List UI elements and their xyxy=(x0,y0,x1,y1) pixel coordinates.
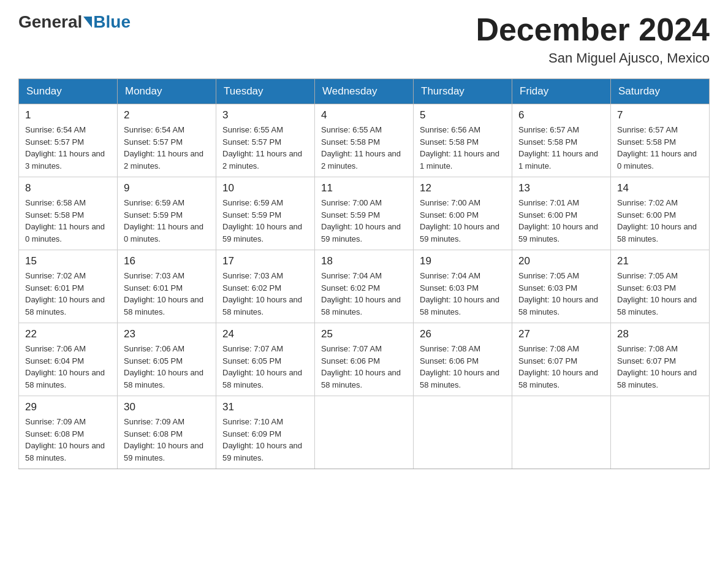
calendar-cell xyxy=(512,396,611,469)
day-info: Sunrise: 7:00 AMSunset: 6:00 PMDaylight:… xyxy=(420,197,506,245)
day-number: 24 xyxy=(222,328,308,340)
day-number: 28 xyxy=(617,328,703,340)
day-number: 18 xyxy=(321,255,407,267)
day-info: Sunrise: 7:00 AMSunset: 5:59 PMDaylight:… xyxy=(321,197,407,245)
calendar-cell: 19Sunrise: 7:04 AMSunset: 6:03 PMDayligh… xyxy=(414,250,512,323)
day-number: 11 xyxy=(321,182,407,194)
day-info: Sunrise: 7:05 AMSunset: 6:03 PMDaylight:… xyxy=(617,270,703,318)
day-info: Sunrise: 6:57 AMSunset: 5:58 PMDaylight:… xyxy=(518,124,604,172)
calendar-cell xyxy=(414,396,512,469)
calendar-cell: 8Sunrise: 6:58 AMSunset: 5:58 PMDaylight… xyxy=(19,177,118,250)
day-info: Sunrise: 7:03 AMSunset: 6:02 PMDaylight:… xyxy=(222,270,308,318)
day-number: 6 xyxy=(518,109,604,121)
day-number: 4 xyxy=(321,109,407,121)
calendar-week-row: 22Sunrise: 7:06 AMSunset: 6:04 PMDayligh… xyxy=(19,323,710,396)
day-info: Sunrise: 6:57 AMSunset: 5:58 PMDaylight:… xyxy=(617,124,703,172)
calendar-cell: 14Sunrise: 7:02 AMSunset: 6:00 PMDayligh… xyxy=(611,177,710,250)
location-text: San Miguel Ajusco, Mexico xyxy=(476,50,710,66)
day-number: 17 xyxy=(222,255,308,267)
day-info: Sunrise: 7:07 AMSunset: 6:06 PMDaylight:… xyxy=(321,343,407,391)
calendar-week-row: 29Sunrise: 7:09 AMSunset: 6:08 PMDayligh… xyxy=(19,396,710,469)
day-info: Sunrise: 6:59 AMSunset: 5:59 PMDaylight:… xyxy=(222,197,308,245)
calendar-header-row: SundayMondayTuesdayWednesdayThursdayFrid… xyxy=(19,79,710,104)
calendar-cell: 16Sunrise: 7:03 AMSunset: 6:01 PMDayligh… xyxy=(118,250,216,323)
day-number: 25 xyxy=(321,328,407,340)
calendar-cell: 7Sunrise: 6:57 AMSunset: 5:58 PMDaylight… xyxy=(611,104,710,177)
day-number: 3 xyxy=(222,109,308,121)
calendar-cell: 11Sunrise: 7:00 AMSunset: 5:59 PMDayligh… xyxy=(315,177,414,250)
calendar-week-row: 8Sunrise: 6:58 AMSunset: 5:58 PMDaylight… xyxy=(19,177,710,250)
day-info: Sunrise: 7:02 AMSunset: 6:01 PMDaylight:… xyxy=(25,270,111,318)
day-info: Sunrise: 7:03 AMSunset: 6:01 PMDaylight:… xyxy=(124,270,210,318)
day-number: 23 xyxy=(124,328,210,340)
day-info: Sunrise: 7:08 AMSunset: 6:07 PMDaylight:… xyxy=(518,343,604,391)
day-number: 29 xyxy=(25,401,111,413)
col-header-saturday: Saturday xyxy=(611,79,710,104)
logo-general-text: General xyxy=(18,12,82,32)
day-number: 31 xyxy=(222,401,308,413)
col-header-tuesday: Tuesday xyxy=(216,79,315,104)
day-info: Sunrise: 6:58 AMSunset: 5:58 PMDaylight:… xyxy=(25,197,111,245)
calendar-cell: 3Sunrise: 6:55 AMSunset: 5:57 PMDaylight… xyxy=(216,104,315,177)
day-info: Sunrise: 7:06 AMSunset: 6:04 PMDaylight:… xyxy=(25,343,111,391)
calendar-cell: 26Sunrise: 7:08 AMSunset: 6:06 PMDayligh… xyxy=(414,323,512,396)
day-number: 5 xyxy=(420,109,506,121)
day-info: Sunrise: 7:05 AMSunset: 6:03 PMDaylight:… xyxy=(518,270,604,318)
col-header-monday: Monday xyxy=(118,79,216,104)
col-header-friday: Friday xyxy=(512,79,611,104)
col-header-wednesday: Wednesday xyxy=(315,79,414,104)
day-info: Sunrise: 7:04 AMSunset: 6:02 PMDaylight:… xyxy=(321,270,407,318)
day-number: 21 xyxy=(617,255,703,267)
calendar-cell: 29Sunrise: 7:09 AMSunset: 6:08 PMDayligh… xyxy=(19,396,118,469)
day-info: Sunrise: 7:09 AMSunset: 6:08 PMDaylight:… xyxy=(124,416,210,464)
calendar-table: SundayMondayTuesdayWednesdayThursdayFrid… xyxy=(18,79,710,469)
day-number: 15 xyxy=(25,255,111,267)
day-number: 14 xyxy=(617,182,703,194)
day-number: 12 xyxy=(420,182,506,194)
logo-blue-text: Blue xyxy=(93,12,131,32)
day-number: 8 xyxy=(25,182,111,194)
calendar-cell: 6Sunrise: 6:57 AMSunset: 5:58 PMDaylight… xyxy=(512,104,611,177)
calendar-cell: 20Sunrise: 7:05 AMSunset: 6:03 PMDayligh… xyxy=(512,250,611,323)
day-number: 13 xyxy=(518,182,604,194)
calendar-cell: 23Sunrise: 7:06 AMSunset: 6:05 PMDayligh… xyxy=(118,323,216,396)
calendar-cell: 12Sunrise: 7:00 AMSunset: 6:00 PMDayligh… xyxy=(414,177,512,250)
title-section: December 2024 San Miguel Ajusco, Mexico xyxy=(476,12,710,66)
day-number: 2 xyxy=(124,109,210,121)
calendar-cell xyxy=(611,396,710,469)
calendar-cell: 17Sunrise: 7:03 AMSunset: 6:02 PMDayligh… xyxy=(216,250,315,323)
day-info: Sunrise: 6:54 AMSunset: 5:57 PMDaylight:… xyxy=(124,124,210,172)
day-info: Sunrise: 6:59 AMSunset: 5:59 PMDaylight:… xyxy=(124,197,210,245)
day-info: Sunrise: 7:09 AMSunset: 6:08 PMDaylight:… xyxy=(25,416,111,464)
month-title: December 2024 xyxy=(476,12,710,47)
day-number: 16 xyxy=(124,255,210,267)
calendar-cell: 21Sunrise: 7:05 AMSunset: 6:03 PMDayligh… xyxy=(611,250,710,323)
day-info: Sunrise: 6:54 AMSunset: 5:57 PMDaylight:… xyxy=(25,124,111,172)
day-info: Sunrise: 7:06 AMSunset: 6:05 PMDaylight:… xyxy=(124,343,210,391)
logo-arrow-icon xyxy=(83,17,92,28)
calendar-cell: 28Sunrise: 7:08 AMSunset: 6:07 PMDayligh… xyxy=(611,323,710,396)
day-info: Sunrise: 6:56 AMSunset: 5:58 PMDaylight:… xyxy=(420,124,506,172)
calendar-cell: 22Sunrise: 7:06 AMSunset: 6:04 PMDayligh… xyxy=(19,323,118,396)
day-number: 27 xyxy=(518,328,604,340)
calendar-cell xyxy=(315,396,414,469)
day-number: 10 xyxy=(222,182,308,194)
col-header-thursday: Thursday xyxy=(414,79,512,104)
day-info: Sunrise: 7:01 AMSunset: 6:00 PMDaylight:… xyxy=(518,197,604,245)
page-header: General Blue December 2024 San Miguel Aj… xyxy=(18,12,710,66)
day-number: 30 xyxy=(124,401,210,413)
calendar-cell: 1Sunrise: 6:54 AMSunset: 5:57 PMDaylight… xyxy=(19,104,118,177)
day-number: 19 xyxy=(420,255,506,267)
calendar-cell: 27Sunrise: 7:08 AMSunset: 6:07 PMDayligh… xyxy=(512,323,611,396)
day-number: 22 xyxy=(25,328,111,340)
day-info: Sunrise: 7:08 AMSunset: 6:07 PMDaylight:… xyxy=(617,343,703,391)
col-header-sunday: Sunday xyxy=(19,79,118,104)
calendar-cell: 30Sunrise: 7:09 AMSunset: 6:08 PMDayligh… xyxy=(118,396,216,469)
calendar-cell: 15Sunrise: 7:02 AMSunset: 6:01 PMDayligh… xyxy=(19,250,118,323)
calendar-cell: 4Sunrise: 6:55 AMSunset: 5:58 PMDaylight… xyxy=(315,104,414,177)
day-info: Sunrise: 7:10 AMSunset: 6:09 PMDaylight:… xyxy=(222,416,308,464)
calendar-cell: 18Sunrise: 7:04 AMSunset: 6:02 PMDayligh… xyxy=(315,250,414,323)
calendar-cell: 5Sunrise: 6:56 AMSunset: 5:58 PMDaylight… xyxy=(414,104,512,177)
logo: General Blue xyxy=(18,12,131,32)
calendar-cell: 9Sunrise: 6:59 AMSunset: 5:59 PMDaylight… xyxy=(118,177,216,250)
